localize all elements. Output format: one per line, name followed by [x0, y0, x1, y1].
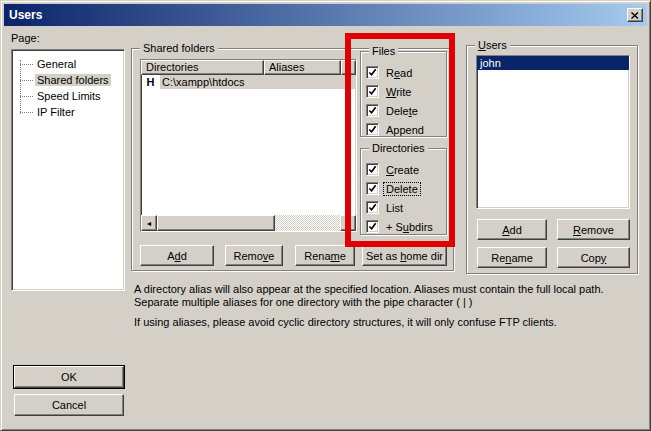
set-as-home-dir-button[interactable]: Set as home dir: [362, 245, 447, 266]
checkbox-row-list[interactable]: List: [366, 198, 446, 217]
rename-directory-button[interactable]: Rename: [295, 245, 355, 266]
scrollbar-thumb[interactable]: [157, 215, 275, 231]
column-header-aliases[interactable]: Aliases: [264, 60, 341, 75]
add-user-button[interactable]: Add: [477, 219, 547, 240]
append-checkbox-label: Append: [384, 124, 426, 136]
delete-files-checkbox[interactable]: [366, 104, 379, 117]
users-group: Users john Add Remove Rename Copy: [466, 45, 638, 274]
list-checkbox[interactable]: [366, 201, 379, 214]
page-label: Page:: [11, 32, 40, 44]
check-icon: [368, 87, 377, 96]
write-checkbox[interactable]: [366, 85, 379, 98]
titlebar[interactable]: Users: [4, 4, 647, 26]
checkbox-row-delete-files[interactable]: Delete: [366, 101, 446, 120]
directory-path: C:\xampp\htdocs: [160, 75, 356, 89]
users-list: john: [476, 55, 630, 209]
checkbox-row-delete-dirs[interactable]: Delete: [366, 179, 446, 198]
directory-permissions-group: Directories Create Delete List + Subdirs: [360, 148, 447, 235]
check-icon: [368, 68, 377, 77]
remove-user-button[interactable]: Remove: [557, 219, 630, 240]
create-checkbox[interactable]: [366, 163, 379, 176]
page-item-ip-filter[interactable]: IP Filter: [12, 104, 124, 120]
files-permissions-group: Files Read Write Delete Append: [360, 51, 447, 137]
append-checkbox[interactable]: [366, 123, 379, 136]
help-text: A directory alias will also appear at th…: [134, 283, 646, 329]
close-icon: [631, 12, 639, 19]
checkbox-row-append[interactable]: Append: [366, 120, 446, 139]
shared-folders-group-label: Shared folders: [140, 42, 218, 55]
scroll-right-button[interactable]: ►: [340, 215, 356, 231]
page-list: General Shared folders Speed Limits IP F…: [11, 49, 125, 291]
ok-button[interactable]: OK: [14, 366, 124, 388]
table-row[interactable]: H C:\xampp\htdocs: [141, 75, 356, 89]
check-icon: [368, 125, 377, 134]
page-item-general[interactable]: General: [12, 56, 124, 72]
window-title: Users: [9, 8, 42, 22]
delete-dirs-checkbox-label: Delete: [384, 183, 420, 195]
checkbox-row-write[interactable]: Write: [366, 82, 446, 101]
remove-directory-button[interactable]: Remove: [225, 245, 283, 266]
table-header-row: Directories Aliases: [141, 60, 356, 75]
rename-user-button[interactable]: Rename: [477, 247, 547, 268]
read-checkbox-label: Read: [384, 67, 414, 79]
user-item-john[interactable]: john: [477, 56, 629, 70]
column-header-directories[interactable]: Directories: [141, 60, 264, 75]
shared-folders-group: Shared folders Directories Aliases H C:\…: [131, 48, 454, 271]
add-directory-button[interactable]: Add: [140, 245, 214, 266]
close-button[interactable]: [627, 8, 643, 22]
table-empty-area: [141, 89, 356, 215]
help-paragraph-aliases: A directory alias will also appear at th…: [134, 283, 646, 309]
files-group-label: Files: [369, 45, 398, 58]
users-group-label: Users: [475, 39, 510, 52]
checkbox-row-subdirs[interactable]: + Subdirs: [366, 217, 446, 236]
list-checkbox-label: List: [384, 202, 405, 214]
checkbox-row-create[interactable]: Create: [366, 160, 446, 179]
subdirs-checkbox-label: + Subdirs: [384, 221, 435, 233]
arrow-right-icon: ►: [345, 220, 352, 227]
check-icon: [368, 106, 377, 115]
column-header-filler: [341, 60, 356, 75]
write-checkbox-label: Write: [384, 86, 413, 98]
check-icon: [368, 222, 377, 231]
help-paragraph-cyclic: If using aliases, please avoid cyclic di…: [134, 316, 646, 329]
arrow-left-icon: ◄: [146, 220, 153, 227]
scrollbar-track[interactable]: [275, 215, 340, 231]
directories-group-label: Directories: [369, 142, 428, 155]
horizontal-scrollbar[interactable]: ◄ ►: [141, 215, 356, 231]
users-dialog: Users Page: General Shared folders Speed…: [0, 0, 651, 431]
page-item-shared-folders[interactable]: Shared folders: [12, 72, 124, 88]
check-icon: [368, 203, 377, 212]
scroll-left-button[interactable]: ◄: [141, 215, 157, 231]
check-icon: [368, 165, 377, 174]
page-item-speed-limits[interactable]: Speed Limits: [12, 88, 124, 104]
copy-user-button[interactable]: Copy: [557, 247, 630, 268]
home-flag: H: [141, 75, 160, 89]
checkbox-row-read[interactable]: Read: [366, 63, 446, 82]
create-checkbox-label: Create: [384, 164, 421, 176]
subdirs-checkbox[interactable]: [366, 220, 379, 233]
cancel-button[interactable]: Cancel: [14, 394, 124, 416]
delete-files-checkbox-label: Delete: [384, 105, 420, 117]
read-checkbox[interactable]: [366, 66, 379, 79]
delete-dirs-checkbox[interactable]: [366, 182, 379, 195]
check-icon: [368, 184, 377, 193]
directories-table: Directories Aliases H C:\xampp\htdocs ◄ …: [140, 59, 357, 232]
